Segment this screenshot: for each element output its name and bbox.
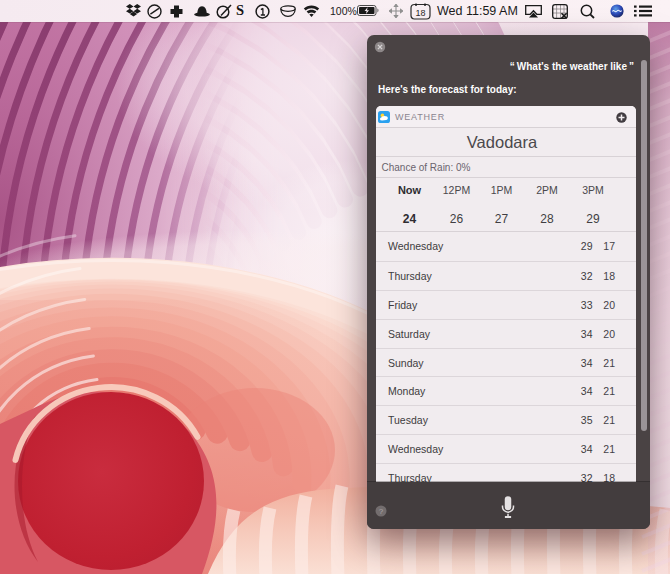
svg-text:?: ? (379, 506, 384, 515)
svg-text:18: 18 (415, 8, 425, 18)
